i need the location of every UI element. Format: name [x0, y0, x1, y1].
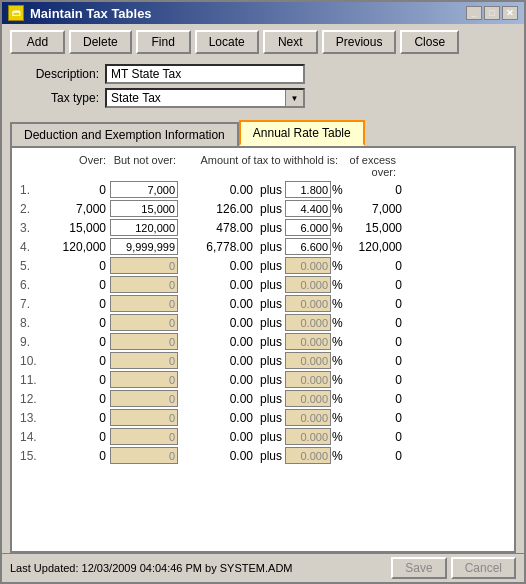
minimize-button[interactable]: _: [466, 6, 482, 20]
row-over: 0: [48, 430, 110, 444]
tab-deduction[interactable]: Deduction and Exemption Information: [10, 122, 239, 146]
row-plus: plus: [257, 335, 285, 349]
row-over: 0: [48, 335, 110, 349]
row-butnot-input[interactable]: [110, 238, 178, 255]
toolbar: Add Delete Find Locate Next Previous Clo…: [2, 24, 524, 60]
row-num: 8.: [20, 316, 48, 330]
taxtype-dropdown-arrow[interactable]: ▼: [285, 90, 303, 106]
row-pctmark: %: [332, 278, 346, 292]
add-button[interactable]: Add: [10, 30, 65, 54]
title-bar: 🗃 Maintain Tax Tables _ □ ✕: [2, 2, 524, 24]
row-excess: 0: [346, 183, 406, 197]
row-pct-input[interactable]: [285, 181, 331, 198]
next-button[interactable]: Next: [263, 30, 318, 54]
row-pctmark: %: [332, 411, 346, 425]
row-pctmark: %: [332, 316, 346, 330]
row-over: 7,000: [48, 202, 110, 216]
row-butnot-input: [110, 409, 178, 426]
row-plus: plus: [257, 297, 285, 311]
row-pct-input[interactable]: [285, 200, 331, 217]
tab-annual-rate[interactable]: Annual Rate Table: [239, 120, 365, 146]
row-plus: plus: [257, 221, 285, 235]
description-label: Description:: [14, 67, 99, 81]
row-pct-input: [285, 428, 331, 445]
table-row: 8. 0 0.00 plus % 0: [16, 313, 510, 332]
row-pctmark: %: [332, 240, 346, 254]
row-num: 13.: [20, 411, 48, 425]
row-over: 0: [48, 354, 110, 368]
row-butnot-input[interactable]: [110, 219, 178, 236]
row-amount: 0.00: [182, 392, 257, 406]
row-excess: 0: [346, 278, 406, 292]
table-row: 12. 0 0.00 plus % 0: [16, 389, 510, 408]
row-butnot-input[interactable]: [110, 181, 178, 198]
row-over: 0: [48, 297, 110, 311]
row-pct-input: [285, 409, 331, 426]
rate-table: Over: But not over: Amount of tax to wit…: [12, 148, 514, 469]
row-excess: 0: [346, 373, 406, 387]
row-excess: 0: [346, 411, 406, 425]
title-controls: _ □ ✕: [466, 6, 518, 20]
row-over: 0: [48, 373, 110, 387]
taxtype-select[interactable]: State Tax ▼: [105, 88, 305, 108]
save-button[interactable]: Save: [391, 557, 446, 579]
table-row: 1. 0 0.00 plus % 0: [16, 180, 510, 199]
delete-button[interactable]: Delete: [69, 30, 132, 54]
table-row: 14. 0 0.00 plus % 0: [16, 427, 510, 446]
find-button[interactable]: Find: [136, 30, 191, 54]
locate-button[interactable]: Locate: [195, 30, 259, 54]
table-row: 6. 0 0.00 plus % 0: [16, 275, 510, 294]
row-num: 14.: [20, 430, 48, 444]
table-row: 2. 7,000 126.00 plus % 7,000: [16, 199, 510, 218]
row-butnot-input[interactable]: [110, 200, 178, 217]
row-excess: 0: [346, 449, 406, 463]
row-pct-input[interactable]: [285, 219, 331, 236]
row-over: 0: [48, 449, 110, 463]
row-num: 3.: [20, 221, 48, 235]
row-amount: 0.00: [182, 316, 257, 330]
row-amount: 0.00: [182, 430, 257, 444]
previous-button[interactable]: Previous: [322, 30, 397, 54]
row-plus: plus: [257, 373, 285, 387]
status-bar: Last Updated: 12/03/2009 04:04:46 PM by …: [2, 553, 524, 582]
row-amount: 0.00: [182, 259, 257, 273]
table-row: 3. 15,000 478.00 plus % 15,000: [16, 218, 510, 237]
row-amount: 0.00: [182, 335, 257, 349]
row-amount: 0.00: [182, 449, 257, 463]
row-num: 12.: [20, 392, 48, 406]
table-row: 10. 0 0.00 plus % 0: [16, 351, 510, 370]
row-excess: 0: [346, 392, 406, 406]
row-over: 0: [48, 411, 110, 425]
row-plus: plus: [257, 392, 285, 406]
row-amount: 0.00: [182, 354, 257, 368]
description-input[interactable]: [105, 64, 305, 84]
description-row: Description:: [14, 64, 512, 84]
row-plus: plus: [257, 240, 285, 254]
row-pctmark: %: [332, 373, 346, 387]
row-over: 0: [48, 259, 110, 273]
row-butnot-input: [110, 390, 178, 407]
row-pct-input: [285, 314, 331, 331]
tab-deduction-label: Deduction and Exemption Information: [24, 128, 225, 142]
row-butnot-input: [110, 371, 178, 388]
row-over: 0: [48, 183, 110, 197]
row-pct-input: [285, 276, 331, 293]
cancel-button[interactable]: Cancel: [451, 557, 516, 579]
row-pct-input: [285, 257, 331, 274]
row-num: 15.: [20, 449, 48, 463]
row-plus: plus: [257, 316, 285, 330]
row-butnot-input: [110, 314, 178, 331]
row-pct-input: [285, 333, 331, 350]
close-button[interactable]: Close: [400, 30, 459, 54]
row-pct-input: [285, 447, 331, 464]
rate-table-header: Over: But not over: Amount of tax to wit…: [16, 152, 510, 180]
row-plus: plus: [257, 259, 285, 273]
row-butnot-input: [110, 428, 178, 445]
close-window-button[interactable]: ✕: [502, 6, 518, 20]
row-pct-input[interactable]: [285, 238, 331, 255]
taxtype-label: Tax type:: [14, 91, 99, 105]
row-plus: plus: [257, 430, 285, 444]
maximize-button[interactable]: □: [484, 6, 500, 20]
row-excess: 15,000: [346, 221, 406, 235]
row-excess: 0: [346, 316, 406, 330]
